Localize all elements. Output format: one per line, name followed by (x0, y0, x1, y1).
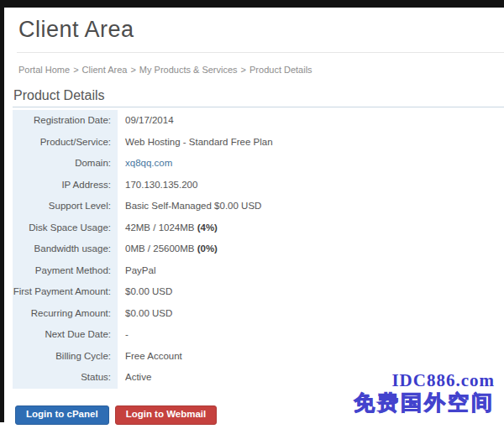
product-details-table: Registration Date:09/17/2014Product/Serv… (13, 110, 491, 389)
row-label: Registration Date: (13, 110, 118, 132)
row-label: Support Level: (13, 196, 118, 217)
row-value: 42MB / 1024MB (4%) (118, 217, 218, 239)
table-row: IP Address:170.130.135.200 (13, 175, 491, 196)
window-top-edge (0, 0, 504, 8)
breadcrumb-item[interactable]: My Products & Services (139, 65, 238, 75)
row-value: Active (118, 367, 151, 389)
row-label: Recurring Amount: (13, 303, 118, 325)
breadcrumb-separator: > (73, 65, 78, 75)
row-value: 0MB / 25600MB (0%) (118, 238, 218, 260)
row-label: First Payment Amount: (13, 281, 118, 303)
breadcrumb-item[interactable]: Portal Home (18, 65, 70, 75)
row-value: xq8qq.com (118, 153, 172, 175)
table-row: Support Level:Basic Self-Managed $0.00 U… (13, 196, 491, 217)
breadcrumb-separator: > (241, 65, 246, 75)
watermark-chinese-text: 免费国外空间 (354, 390, 495, 415)
section-title-product-details: Product Details (13, 88, 105, 103)
table-row: Next Due Date:- (13, 324, 491, 346)
row-value: Web Hosting - Standard Free Plan (118, 132, 273, 154)
row-value: PayPal (118, 260, 155, 282)
row-value: $0.00 USD (118, 281, 172, 303)
window-left-edge (0, 0, 4, 422)
table-row: Product/Service:Web Hosting - Standard F… (13, 132, 491, 154)
table-row: Payment Method:PayPal (13, 260, 491, 282)
row-label: Billing Cycle: (13, 346, 118, 368)
domain-link[interactable]: xq8qq.com (125, 158, 172, 168)
login-to-webmail-button[interactable]: Login to Webmail (115, 405, 218, 425)
table-row: First Payment Amount:$0.00 USD (13, 281, 491, 303)
row-value: - (118, 324, 129, 346)
table-row: Domain:xq8qq.com (13, 153, 491, 175)
row-label: Domain: (13, 153, 118, 175)
row-label: IP Address: (13, 175, 118, 196)
row-value: 170.130.135.200 (118, 175, 197, 196)
row-label: Bandwidth usage: (13, 238, 118, 260)
breadcrumb-item: Product Details (249, 65, 312, 75)
table-row: Billing Cycle:Free Account (13, 346, 491, 368)
row-label: Disk Space Usage: (13, 217, 118, 239)
table-row: Registration Date:09/17/2014 (13, 110, 491, 132)
breadcrumb: Portal Home>Client Area>My Products & Se… (18, 65, 312, 75)
row-label: Next Due Date: (13, 324, 118, 346)
action-buttons: Login to cPanel Login to Webmail (15, 405, 217, 425)
page-title: Client Area (18, 17, 134, 43)
row-value: Free Account (118, 346, 182, 368)
row-value: Basic Self-Managed $0.00 USD (118, 196, 261, 217)
section-divider (13, 107, 504, 107)
breadcrumb-item[interactable]: Client Area (82, 65, 128, 75)
table-row: Recurring Amount:$0.00 USD (13, 303, 491, 325)
row-label: Status: (13, 367, 118, 389)
breadcrumb-separator: > (130, 65, 135, 75)
title-divider (17, 52, 504, 53)
login-to-cpanel-button[interactable]: Login to cPanel (15, 405, 109, 425)
table-row: Disk Space Usage:42MB / 1024MB (4%) (13, 217, 491, 239)
row-value: $0.00 USD (118, 303, 172, 325)
table-row: Bandwidth usage:0MB / 25600MB (0%) (13, 238, 491, 260)
table-row: Status:Active (13, 367, 491, 389)
row-value: 09/17/2014 (118, 110, 174, 132)
row-label: Payment Method: (13, 260, 118, 282)
row-label: Product/Service: (13, 132, 118, 154)
